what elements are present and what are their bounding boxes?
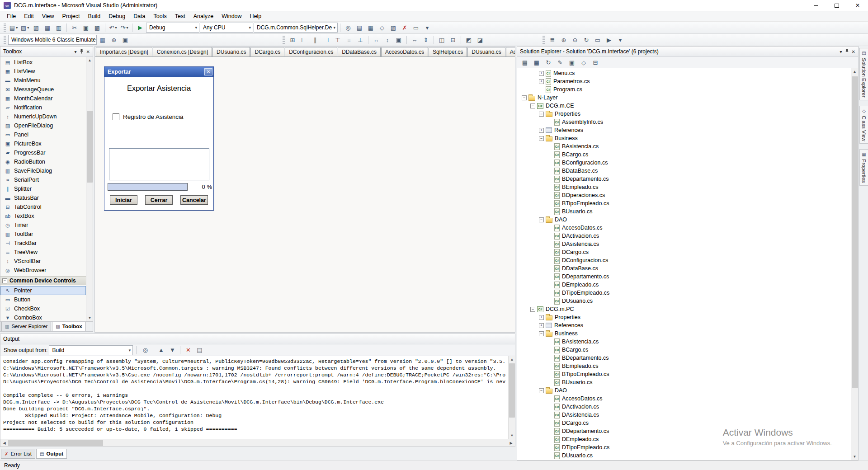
toolbar-grip[interactable] (4, 24, 6, 32)
clear-all-icon[interactable]: ✕ (183, 345, 193, 355)
tab-error-list[interactable]: ✗ Error List (1, 449, 35, 459)
tree-item[interactable]: AccesoDatos.cs (517, 395, 851, 403)
solution-scrollbar[interactable]: ▲ ▼ (851, 68, 858, 460)
scroll-thumb[interactable] (8, 440, 103, 446)
expander-icon[interactable] (539, 217, 544, 222)
expander-icon[interactable] (522, 95, 527, 100)
align-centers-icon[interactable]: ∥ (310, 35, 321, 45)
new-project-icon[interactable]: ▤ (8, 23, 19, 33)
go-to-previous-message-icon[interactable]: ▲ (156, 345, 166, 355)
expander-icon[interactable] (539, 388, 544, 393)
align-bottoms-icon[interactable]: ⊥ (355, 35, 366, 45)
deploy-icon[interactable]: ▶ (604, 35, 614, 45)
toolbox-item[interactable]: ◉ RadioButton (0, 157, 86, 166)
cerrar-button[interactable]: Cerrar (145, 195, 173, 205)
connect-device-icon[interactable]: ⊕ (108, 35, 119, 45)
toolbox-item[interactable]: ▭ Button (0, 295, 86, 304)
toolbox-item[interactable]: ✉ MessageQueue (0, 85, 86, 94)
close-button[interactable]: ✕ (847, 0, 868, 11)
collapse-all-icon[interactable]: ⊟ (590, 57, 601, 67)
editor-tab[interactable]: AccesoDatos.cs (506, 47, 515, 56)
send-to-back-icon[interactable]: ◪ (475, 35, 486, 45)
device-options-icon[interactable]: ▦ (97, 35, 108, 45)
expander-icon[interactable] (539, 112, 544, 117)
tree-item[interactable]: BUsuario.cs (517, 207, 851, 216)
toolbar-grip[interactable] (4, 36, 6, 44)
make-same-height-icon[interactable]: ↕ (382, 35, 393, 45)
menu-item[interactable]: Edit (20, 12, 38, 21)
editor-tab[interactable]: DConfiguracion.cs (285, 47, 337, 56)
open-file-icon[interactable]: ▨ (31, 23, 42, 33)
toolbox-item[interactable]: ▥ ToolBar (0, 230, 86, 239)
scroll-right-icon[interactable]: ▶ (507, 439, 515, 446)
toolbox-item[interactable]: ▬ StatusBar (0, 193, 86, 202)
tree-item[interactable]: DUsuario.cs (517, 451, 851, 460)
close-icon[interactable]: ✕ (852, 49, 855, 54)
view-class-diagram-icon[interactable]: ◇ (578, 57, 589, 67)
editor-tab[interactable]: DUsuario.cs (212, 47, 250, 56)
editor-tab[interactable]: DUsuario.cs (467, 47, 505, 56)
vertical-spacing-icon[interactable]: ⇕ (420, 35, 431, 45)
close-icon[interactable]: ✕ (86, 49, 90, 54)
save-all-icon[interactable]: ▥ (53, 23, 64, 33)
center-horizontally-icon[interactable]: ◫ (436, 35, 447, 45)
tree-item[interactable]: AccesoDatos.cs (517, 224, 851, 232)
copy-icon[interactable]: ▣ (80, 23, 91, 33)
scroll-up-icon[interactable]: ▲ (509, 356, 515, 363)
zoom-out-icon[interactable]: ⊖ (570, 35, 580, 45)
form-close-icon[interactable]: ✕ (204, 68, 212, 75)
chevron-down-icon[interactable]: ▾ (840, 49, 842, 54)
pin-icon[interactable] (845, 49, 849, 55)
expander-icon[interactable] (530, 307, 535, 312)
tree-item[interactable]: Program.cs (517, 85, 851, 94)
properties-icon[interactable]: ▤ (519, 57, 530, 67)
toolbox-item[interactable]: ⊣ TrackBar (0, 239, 86, 248)
tree-item[interactable]: DCG.m.CE (517, 102, 851, 110)
view-code-icon[interactable]: ✎ (555, 57, 566, 67)
tree-item[interactable]: DTipoEmpleado.cs (517, 289, 851, 297)
expander-icon[interactable] (539, 136, 544, 141)
device-security-icon[interactable]: ▣ (120, 35, 131, 45)
tree-item[interactable]: DActivacion.cs (517, 403, 851, 411)
toolbox-item[interactable]: ↖ Pointer (0, 286, 86, 295)
scroll-thumb[interactable] (509, 363, 515, 418)
tree-item[interactable]: DDataBase.cs (517, 264, 851, 273)
error-list-icon[interactable]: ✗ (399, 23, 410, 33)
menu-item[interactable]: Project (58, 12, 84, 21)
cancelar-button[interactable]: Cancelar (180, 195, 208, 205)
tree-item[interactable]: DDepartamento.cs (517, 273, 851, 281)
minimize-button[interactable] (806, 0, 826, 11)
tab-toolbox[interactable]: ▨ Toolbox (52, 322, 85, 331)
toolbox-item[interactable]: ▱ Notification (0, 103, 86, 112)
tree-item[interactable]: DAO (517, 216, 851, 224)
toolbox-item[interactable]: ▤ ListBox (0, 58, 86, 67)
menu-item[interactable]: Data (129, 12, 149, 21)
tree-item[interactable]: DConfiguracion.cs (517, 256, 851, 264)
scroll-down-icon[interactable]: ▼ (509, 432, 515, 439)
solution-explorer-icon[interactable]: ▤ (354, 23, 365, 33)
menu-item[interactable]: Test (171, 12, 189, 21)
toolbox-item[interactable]: ∥ Splitter (0, 184, 86, 193)
menu-item[interactable]: View (38, 12, 58, 21)
autohide-tab-class-view[interactable]: ◇ Class View (859, 106, 868, 144)
toolbar-options-icon[interactable]: ▾ (615, 35, 626, 45)
pin-icon[interactable] (80, 49, 84, 55)
tree-item[interactable]: BEmpleado.cs (517, 183, 851, 191)
tree-item[interactable]: DCargo.cs (517, 248, 851, 256)
toolbar-options-icon[interactable]: ▾ (422, 23, 433, 33)
scroll-up-icon[interactable]: ▲ (851, 68, 858, 75)
toolbox-item[interactable]: ▥ SaveFileDialog (0, 166, 86, 175)
toolbox-item[interactable]: ◎ WebBrowser (0, 266, 86, 275)
solution-platform-combo[interactable]: Any CPU (200, 23, 253, 33)
tree-item[interactable]: BConfiguracion.cs (517, 159, 851, 167)
tree-item[interactable]: DEmpleado.cs (517, 281, 851, 289)
tree-item[interactable]: AssemblyInfo.cs (517, 118, 851, 126)
editor-tab[interactable]: DCargo.cs (250, 47, 284, 56)
tree-item[interactable]: DTipoEmpleado.cs (517, 443, 851, 451)
toolbox-item[interactable]: ▬ MainMenu (0, 76, 86, 85)
toolbox-item[interactable]: ◷ Timer (0, 221, 86, 230)
scroll-down-icon[interactable]: ▼ (86, 315, 93, 321)
find-combo[interactable]: DCG.m.Common.SqlHelper.De (254, 23, 338, 33)
tree-item[interactable]: Business (517, 329, 851, 338)
tree-item[interactable]: DAO (517, 386, 851, 395)
